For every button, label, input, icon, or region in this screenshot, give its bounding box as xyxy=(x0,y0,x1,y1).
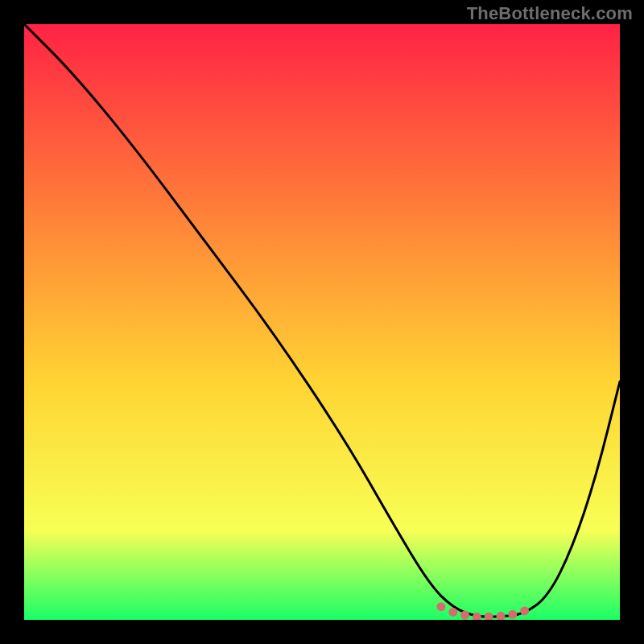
optimal-marker xyxy=(460,611,469,620)
plot-area xyxy=(24,24,620,620)
optimal-marker xyxy=(437,602,446,611)
watermark-text: TheBottleneck.com xyxy=(467,3,633,24)
optimal-marker xyxy=(448,608,457,617)
optimal-marker xyxy=(508,610,517,619)
optimal-marker xyxy=(520,606,529,615)
chart-stage: TheBottleneck.com xyxy=(0,0,644,644)
gradient-background xyxy=(24,24,620,620)
chart-svg xyxy=(24,24,620,620)
